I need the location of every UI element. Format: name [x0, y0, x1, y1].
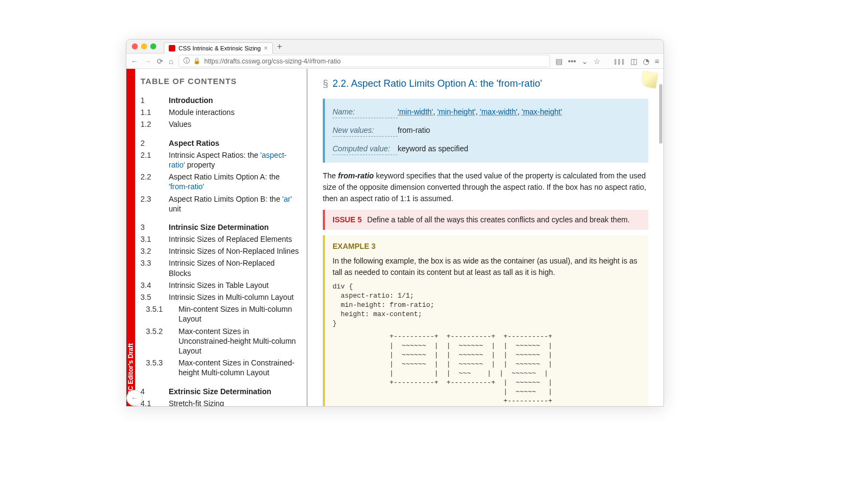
example-intro: In the following example, the box is as …: [333, 256, 637, 277]
new-tab-button[interactable]: +: [277, 42, 282, 52]
lock-icon: 🔒: [193, 57, 201, 65]
w3c-strip: W3C Editor's Draft: [126, 69, 135, 406]
propdef-label: Name:: [333, 106, 398, 118]
toc-section[interactable]: Aspect Ratios: [169, 138, 219, 148]
pocket-icon[interactable]: ⌄: [582, 57, 588, 66]
toc-link[interactable]: Intrinsic Sizes of Replaced Elements: [169, 234, 292, 244]
url-field[interactable]: ⓘ 🔒 https://drafts.csswg.org/css-sizing-…: [178, 55, 550, 67]
toc-link[interactable]: Max-content Sizes in Unconstrained-heigh…: [178, 326, 299, 356]
minimize-window-icon[interactable]: [141, 43, 147, 49]
sidebar-icon[interactable]: ◫: [630, 57, 637, 66]
reader-icon[interactable]: ▤: [556, 57, 563, 66]
toc-link[interactable]: Values: [169, 119, 192, 129]
issue-label[interactable]: ISSUE 5: [333, 215, 362, 224]
menu-icon[interactable]: ≡: [655, 57, 659, 66]
property-link[interactable]: 'min-height': [437, 107, 476, 116]
library-icon[interactable]: ⫿⫿⫿: [614, 57, 625, 66]
scroll-thumb[interactable]: [659, 84, 662, 144]
tab-close-icon[interactable]: ×: [264, 44, 268, 52]
toc-link[interactable]: Aspect Ratio Limits Option A: the 'from-…: [169, 172, 299, 191]
info-icon[interactable]: ⓘ: [183, 56, 190, 66]
ascii-diagram: +----------+ +----------+ +----------+ |…: [333, 332, 641, 406]
favicon-icon: [169, 45, 175, 52]
property-link[interactable]: 'max-width': [480, 107, 518, 116]
toc-link[interactable]: Min-content Sizes in Multi-column Layout: [178, 304, 299, 324]
zoom-window-icon[interactable]: [150, 43, 156, 49]
toc-heading: TABLE OF CONTENTS: [141, 76, 299, 86]
toc-link[interactable]: Module interactions: [169, 107, 234, 117]
tab-bar: CSS Intrinsic & Extrinsic Sizing × +: [126, 40, 663, 54]
more-icon[interactable]: •••: [568, 57, 576, 66]
issue-text: Define a table of all the ways this crea…: [367, 215, 630, 224]
forward-button[interactable]: →: [144, 57, 151, 66]
close-window-icon[interactable]: [132, 43, 138, 49]
propdef-label: Computed value:: [333, 143, 398, 155]
reload-button[interactable]: ⟳: [157, 57, 163, 66]
toc-link[interactable]: Max-content Sizes in Constrained-height …: [178, 358, 299, 377]
propdef-value: from-ratio: [398, 125, 641, 137]
spec-paragraph: The from-ratio keyword specifies that th…: [323, 170, 648, 204]
toc-link[interactable]: Intrinsic Sizes in Table Layout: [169, 280, 269, 290]
issue-box: ISSUE 5Define a table of all the ways th…: [323, 210, 648, 230]
table-of-contents: TABLE OF CONTENTS 1Introduction 1.1Modul…: [135, 69, 308, 406]
star-icon[interactable]: ☆: [593, 57, 601, 66]
toc-section[interactable]: Intrinsic Size Determination: [169, 222, 269, 232]
property-link[interactable]: 'min-width': [398, 107, 433, 116]
toc-link[interactable]: Intrinsic Sizes of Non-Replaced Inlines: [169, 246, 299, 256]
toc-link[interactable]: Intrinsic Sizes in Multi-column Layout: [169, 292, 293, 302]
section-symbol[interactable]: §: [323, 76, 328, 91]
section-heading: § 2.2. Aspect Ratio Limits Option A: the…: [323, 76, 648, 91]
window-controls: [132, 43, 156, 49]
toc-section[interactable]: Introduction: [169, 95, 213, 105]
propdef-label: New values:: [333, 125, 398, 137]
example-label[interactable]: EXAMPLE 3: [333, 241, 641, 252]
toc-link[interactable]: Intrinsic Aspect Ratios: the 'aspect-rat…: [169, 150, 299, 170]
tab-title: CSS Intrinsic & Extrinsic Sizing: [178, 45, 261, 52]
spec-content: § 2.2. Aspect Ratio Limits Option A: the…: [308, 69, 663, 406]
url-text: https://drafts.csswg.org/css-sizing-4/#f…: [204, 57, 340, 65]
propdef-value: 'min-width', 'min-height', 'max-width', …: [398, 106, 641, 118]
example-box: EXAMPLE 3 In the following example, the …: [323, 235, 648, 406]
scrollbar[interactable]: [658, 69, 663, 406]
account-icon[interactable]: ◔: [643, 57, 649, 66]
browser-window: CSS Intrinsic & Extrinsic Sizing × + ← →…: [126, 39, 664, 407]
toc-link[interactable]: Intrinsic Sizes of Non-Replaced Blocks: [169, 258, 299, 278]
browser-tab[interactable]: CSS Intrinsic & Extrinsic Sizing ×: [164, 42, 273, 54]
propdef-value: keyword as specified: [398, 143, 641, 155]
toc-link[interactable]: Aspect Ratio Limits Option B: the 'ar' u…: [169, 194, 299, 214]
home-button[interactable]: ⌂: [169, 57, 173, 66]
code-block: div { aspect-ratio: 1/1; min-height: fro…: [333, 282, 641, 328]
toc-section[interactable]: Extrinsic Size Determination: [169, 387, 271, 396]
address-bar: ← → ⟳ ⌂ ⓘ 🔒 https://drafts.csswg.org/css…: [126, 54, 663, 69]
property-link[interactable]: 'max-height': [521, 107, 562, 116]
property-definition-table: Name: 'min-width', 'min-height', 'max-wi…: [323, 99, 648, 163]
back-button[interactable]: ←: [131, 57, 138, 66]
toc-link[interactable]: Stretch-fit Sizing: [169, 399, 224, 406]
